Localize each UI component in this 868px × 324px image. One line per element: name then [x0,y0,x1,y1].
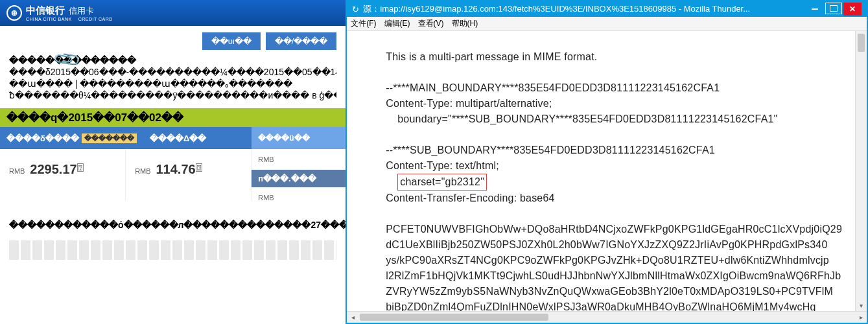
balance-amount: 2295.17 [30,162,76,176]
menu-help[interactable]: 帮助(H) [452,18,478,29]
tag-1: ������� [82,133,137,143]
due-date-bar: ����q�2015��07��02�� [0,108,346,127]
right-rmb-2: RMB [252,187,346,208]
minimize-button[interactable] [806,3,824,16]
action-button-1[interactable]: ��υι�� [202,32,261,50]
bank-sub: CHINA CITIC BANK [26,17,72,21]
src-line: Content-Type: multipart/alternative; [386,98,552,109]
bank-logo-icon: ⊕ [6,5,22,21]
src-line: --****SUB_BOUNDARY****835E54FD0EDD3D8111… [386,145,715,156]
right-col-sub: п���.��� [252,170,346,187]
menu-edit[interactable]: 编辑(E) [384,18,410,29]
right-info-col: ����ü�� RMB п���.��� RMB [252,127,346,208]
base64-line: biBpZD0nZml4QmFuZDlnIHN0eWxlPSJ3aWR0aDku… [386,301,815,311]
horizontal-scrollbar[interactable]: ◂ ▸ [347,311,867,323]
bank-header: ⊕ 中信银行 信用卡 CHINA CITIC BANK CREDIT CARD [0,0,346,26]
vertical-scrollbar[interactable]: ▾ [855,31,867,311]
hscroll-thumb[interactable] [360,314,548,321]
amount-minpay-cell: RMB 114.76⍰ [126,149,252,201]
titlebar[interactable]: ↻ 源：imap://isy6129@imap.126.com:143/fetc… [347,1,867,17]
src-line: Content-Type: text/html; [386,160,499,171]
bottom-garble: ������������ό������л��������������27����… [0,213,346,237]
title-prefix: 源： [363,4,380,14]
amounts-header: ����δ���� ������� ����Δ�� [0,127,252,149]
hscroll-left-icon[interactable]: ◂ [347,314,358,321]
base64-line: l2RlZmF1bHQjVk1MKTt9CjwhLS0udHJJhbnNwYXJ… [386,270,841,281]
hscroll-right-icon[interactable]: ▸ [855,314,867,321]
base64-line: PCFET0NUWVBFIGhObWw+DQo8aHRtbD4NCjxoZWFk… [386,224,842,235]
currency-label: RMB [9,167,25,175]
garbled-line-2: ����δ2015��06���-����������¼����2015��05… [9,67,336,77]
action-button-2[interactable]: ��/���� [266,32,337,50]
charset-highlight: charset="gb2312" [397,174,487,191]
close-button[interactable]: ✕ [843,3,862,16]
src-line: boundary="****SUB_BOUNDARY****835E54FD0E… [386,113,777,124]
base64-line: ZVRyYW5zZm9ybS5NaWNyb3NvZnQuQWxwaGEob3Bh… [386,286,833,297]
minpay-amount: 114.76 [156,162,195,176]
garbled-line-3: ��ɯ���� | ���������ɯ������ₒ������� [9,78,336,89]
window-title: imap://isy6129@imap.126.com:143/fetch%3E… [380,4,750,14]
menu-file[interactable]: 文件(F) [351,18,376,29]
hdr-minpay: ����Δ�� [150,133,206,143]
card-sub: CREDIT CARD [78,17,113,21]
garbled-line-4: ƀ�������θ¼���������ÿ����������и���� в ģ�… [9,90,336,100]
right-col-hdr: ����ü�� [252,127,346,149]
message-source[interactable]: This is a multi-part message in MIME for… [347,31,855,311]
src-line: This is a multi-part message in MIME for… [386,51,597,62]
menu-view[interactable]: 查看(V) [418,18,444,29]
src-line: Content-Transfer-Encoding: base64 [386,192,554,203]
src-line: --****MAIN_BOUNDARY****835E54FD0EDD3D811… [386,82,720,93]
due-date-text: ����q�2015��07��02�� [6,111,183,124]
maximize-button[interactable] [825,3,842,14]
reload-icon[interactable]: ↻ [352,5,359,14]
bank-statement-panel: ⊕ 中信银行 信用卡 CHINA CITIC BANK CREDIT CARD … [0,0,346,324]
divider-stripe [9,240,336,260]
base64-line: ys/kPC90aXRsZT4NCg0KPC9oZWFkPg0KPGJvZHk+… [386,255,829,266]
card-label: 信用卡 [69,5,94,17]
right-rmb-1: RMB [252,149,346,170]
vscroll-thumb[interactable] [858,34,865,52]
menubar: 文件(F) 编辑(E) 查看(V) 帮助(H) [347,17,867,31]
bank-name: 中信银行 [26,5,65,17]
thunderbird-window: ↻ 源：imap://isy6129@imap.126.com:143/fetc… [346,0,868,324]
currency-label: RMB [135,167,150,175]
amount-balance-cell: RMB 2295.17⍰ [0,149,126,201]
base64-line: dC1UeXBlIiBjb250ZW50PSJ0ZXh0L2h0bWw7IGNo… [386,239,827,250]
hdr-balance: ����δ���� [6,133,79,143]
vscroll-down-icon[interactable]: ▾ [856,299,867,311]
